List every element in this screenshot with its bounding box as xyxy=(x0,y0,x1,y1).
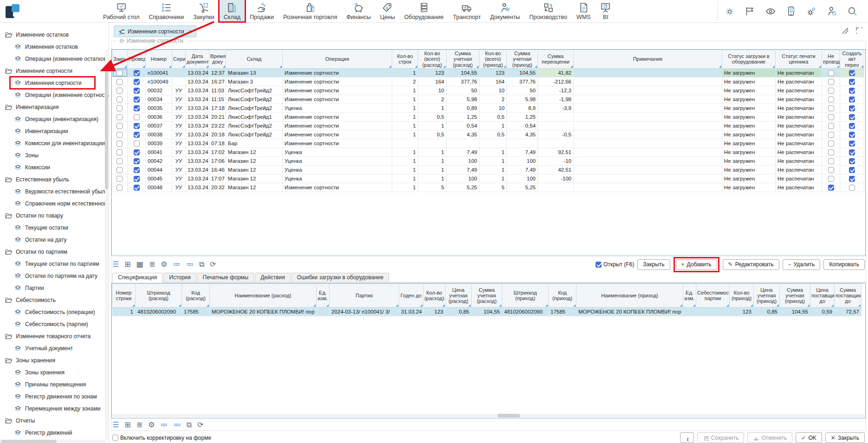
tree-group-Изменение сортности[interactable]: Изменение сортности xyxy=(0,65,109,77)
column-header-14[interactable]: Себестоимость партии xyxy=(696,284,730,308)
list-view-icon[interactable]: ☰ xyxy=(112,261,119,268)
filter-icon[interactable]: ≣ xyxy=(136,421,143,429)
tree-item-Учетный документ[interactable]: Учетный документ xyxy=(0,342,109,354)
cell-closed-checkbox[interactable] xyxy=(117,132,123,138)
cell-create-act-checkbox[interactable] xyxy=(849,70,855,76)
tree-item-Текущие остатки по партиям[interactable]: Текущие остатки по партиям xyxy=(0,258,109,270)
list-view-icon[interactable]: ☰ xyxy=(112,421,119,429)
checkbox[interactable] xyxy=(596,262,602,268)
maximize-icon[interactable] xyxy=(855,26,862,34)
settings-gear-icon[interactable]: ⚙ xyxy=(148,421,155,429)
table-row[interactable]: п10004113.03.2412:37Магазин 13Изменение … xyxy=(112,68,864,77)
menu-item-documents[interactable]: Документы xyxy=(486,0,525,22)
tree-item-Ведомости естественной убыли[interactable]: Ведомости естественной убыли xyxy=(0,186,109,198)
column-header-9[interactable]: Сумма учетная (расход) xyxy=(472,284,502,308)
spec-row[interactable]: 1481020600209017585МОРОЖЕНОЕ 20 КОПЕЕК П… xyxy=(112,308,862,316)
column-header-15[interactable]: Кол-во (приход) xyxy=(730,284,754,308)
cell-closed-checkbox[interactable] xyxy=(117,158,123,164)
cell-create-act-checkbox[interactable] xyxy=(849,123,855,129)
column-header-12[interactable]: Наименование (приход) xyxy=(577,284,683,308)
table-row[interactable]: 00039УУ13.03.2407:18БарИзменение сортнос… xyxy=(112,139,864,148)
flag-icon[interactable] xyxy=(745,6,756,17)
button-Закрыть[interactable]: Закрыть xyxy=(637,259,670,270)
tree-item-Комиссии[interactable]: Комиссии xyxy=(0,161,109,173)
tree-group-Зоны хранения[interactable]: Зоны хранения xyxy=(0,354,109,366)
tab-izmeneniya-sortnosti[interactable]: Изменения сортности × xyxy=(114,26,196,37)
checkbox[interactable] xyxy=(112,435,118,441)
column-header-8[interactable]: Кол-во строк xyxy=(392,50,418,69)
cell-no-post-checkbox[interactable] xyxy=(828,185,834,191)
sidebar-vertical-scrollbar[interactable] xyxy=(105,50,108,440)
tree-item-Инвентаризации[interactable]: Инвентаризации xyxy=(0,125,109,137)
cell-create-act-checkbox[interactable] xyxy=(849,132,855,138)
cell-create-act-checkbox[interactable] xyxy=(849,149,855,155)
table-row[interactable]: 00036УУ13.03.2420:21ЛюксСофтТрейд1Измене… xyxy=(112,112,864,121)
cell-posted-checkbox[interactable] xyxy=(134,132,140,138)
menu-item-retail[interactable]: Розничная торговля xyxy=(279,0,342,22)
column-header-6[interactable]: Склад xyxy=(226,50,283,69)
menu-item-desktop[interactable]: Рабочий стол xyxy=(98,0,144,22)
cell-posted-checkbox[interactable] xyxy=(134,70,140,76)
tree-item-Справочник норм естественной убыли[interactable]: Справочник норм естественной убыли xyxy=(0,198,109,210)
close-form-button[interactable]: ✕Закрыть xyxy=(825,432,865,443)
calendar-view-icon[interactable]: ▦ xyxy=(136,261,143,268)
ok-button[interactable]: ✓OK xyxy=(796,432,822,443)
cell-no-post-checkbox[interactable] xyxy=(828,141,834,147)
tree-item-Перемещения между зонами[interactable]: Перемещения между зонами xyxy=(0,403,109,415)
column-header-18[interactable]: Цена поставщика до xyxy=(810,284,835,308)
tree-group-Себестоимость[interactable]: Себестоимость xyxy=(0,294,109,306)
column-header-17[interactable]: Не проводить xyxy=(822,50,840,69)
cell-closed-checkbox[interactable] xyxy=(117,70,123,76)
menu-item-prices[interactable]: Цены xyxy=(376,0,400,22)
detail-tab-Действия[interactable]: Действия xyxy=(255,273,291,282)
table-row[interactable]: 00044УУ13.03.2416:46Магазин 12Уценка117,… xyxy=(112,165,864,174)
menu-item-equipment[interactable]: Оборудование xyxy=(400,0,448,22)
cell-no-post-checkbox[interactable] xyxy=(828,149,834,155)
table-row[interactable]: 00042УУ13.03.2417:06Магазин 12Уценка1110… xyxy=(112,156,864,165)
cell-create-act-checkbox[interactable] xyxy=(849,185,855,191)
cell-posted-checkbox[interactable] xyxy=(134,185,140,191)
button-Редактировать[interactable]: ✎Редактировать xyxy=(723,259,779,270)
cell-closed-checkbox[interactable] xyxy=(117,185,123,191)
cell-no-post-checkbox[interactable] xyxy=(828,132,834,138)
menu-item-production[interactable]: Производство xyxy=(525,0,572,22)
export-icon[interactable]: ⧉ xyxy=(199,261,204,268)
table-row[interactable]: 00035УУ13.03.2417:18ЛюксСофтТрейд2Уценка… xyxy=(112,103,864,112)
tab-close-icon[interactable]: × xyxy=(188,28,192,35)
cell-closed-checkbox[interactable] xyxy=(117,114,123,120)
column-header-16[interactable]: Статус печати ценника xyxy=(776,50,822,69)
tree-item-Причины перемещения[interactable]: Причины перемещения xyxy=(0,379,109,391)
spec-horizontal-scrollbar[interactable] xyxy=(112,414,865,417)
cell-posted-checkbox[interactable] xyxy=(134,96,140,103)
column-header-14[interactable]: Примечание xyxy=(574,50,722,69)
export-icon[interactable]: ⧉ xyxy=(187,421,192,429)
cell-closed-checkbox[interactable] xyxy=(117,88,123,94)
column-header-19[interactable]: Сумма поставщика до xyxy=(835,284,862,308)
column-header-2[interactable]: Код (расход) xyxy=(182,284,210,308)
column-header-0[interactable]: Закрыт xyxy=(112,50,128,69)
cell-create-act-checkbox[interactable] xyxy=(849,141,855,147)
column-header-8[interactable]: Цена учетная (расход) xyxy=(446,284,472,308)
cell-posted-checkbox[interactable] xyxy=(134,176,140,182)
tree-item-Текущие остатки[interactable]: Текущие остатки xyxy=(0,222,109,234)
cell-posted-checkbox[interactable] xyxy=(134,105,140,111)
tree-item-Операции (изменение остатков)[interactable]: Операции (изменение остатков) xyxy=(0,53,109,65)
cell-posted-checkbox[interactable] xyxy=(134,79,140,85)
tree-item-Регистр движения по зонам[interactable]: Регистр движения по зонам xyxy=(0,391,109,403)
cell-no-post-checkbox[interactable] xyxy=(828,114,834,120)
menu-item-warehouse[interactable]: Склад xyxy=(219,0,245,22)
tree-item-Операции (изменение сортности)[interactable]: Операции (изменение сортности) xyxy=(0,89,109,101)
table-view-icon[interactable]: ⊞ xyxy=(124,261,130,268)
column-header-13[interactable]: Ед. изм. xyxy=(683,284,696,308)
cell-no-post-checkbox[interactable] xyxy=(828,158,834,164)
tree-group-Естественная убыль[interactable]: Естественная убыль xyxy=(0,173,109,186)
menu-item-sales[interactable]: Продажи xyxy=(245,0,279,22)
cell-create-act-checkbox[interactable] xyxy=(849,79,855,85)
column-header-13[interactable]: Сумма переоценки xyxy=(538,50,574,69)
detail-tab-История[interactable]: История xyxy=(163,273,196,282)
cell-no-post-checkbox[interactable] xyxy=(828,96,834,103)
tree-item-Себестоимость (партии)[interactable]: Себестоимость (партии) xyxy=(0,318,109,330)
menu-item-wms[interactable]: WMS xyxy=(572,0,596,22)
cell-create-act-checkbox[interactable] xyxy=(849,105,855,111)
column-header-15[interactable]: Статус загрузки в оборудование xyxy=(722,50,776,69)
